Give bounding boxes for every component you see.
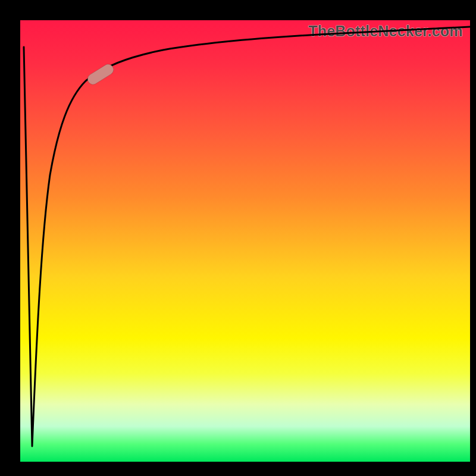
curve-path [24,27,470,446]
bottleneck-curve [20,20,470,462]
plot-area: TheBottleNecker.com [20,20,470,462]
curve-marker [86,62,115,87]
chart-frame: TheBottleNecker.com [0,0,476,476]
marker-pill [86,62,115,87]
